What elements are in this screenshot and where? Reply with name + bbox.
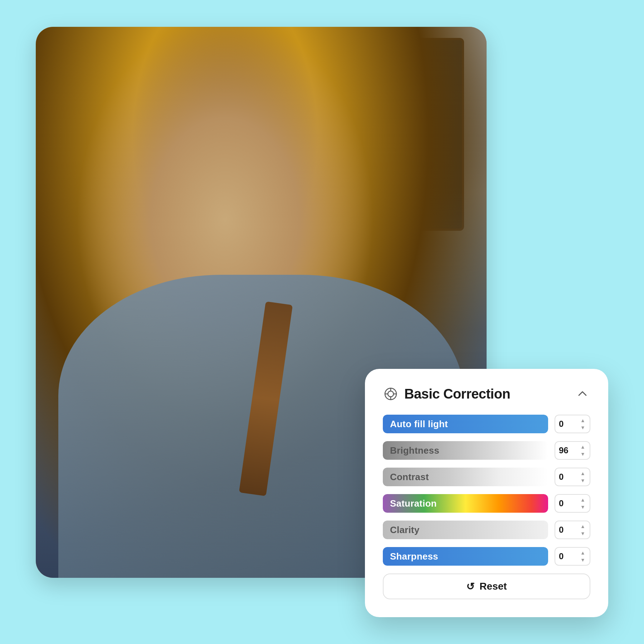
reset-label: Reset [479, 581, 507, 592]
saturation-slider[interactable]: Saturation [383, 494, 548, 513]
sharpness-value: 0 [559, 551, 564, 561]
brightness-slider[interactable]: Brightness [383, 441, 548, 460]
contrast-spinner[interactable]: 0 ▲ ▼ [555, 468, 590, 486]
clarity-arrows[interactable]: ▲ ▼ [580, 523, 586, 537]
sharpness-label: Sharpness [390, 551, 438, 562]
saturation-value: 0 [559, 498, 564, 508]
reset-icon: ↺ [466, 581, 474, 592]
saturation-up[interactable]: ▲ [580, 497, 586, 503]
brightness-arrows[interactable]: ▲ ▼ [580, 444, 586, 457]
contrast-arrows[interactable]: ▲ ▼ [580, 470, 586, 484]
contrast-value: 0 [559, 472, 564, 482]
auto-fill-light-slider[interactable]: Auto fill light [383, 415, 548, 433]
slider-row-sharpness: Sharpness 0 ▲ ▼ [383, 547, 590, 566]
contrast-up[interactable]: ▲ [580, 470, 586, 477]
contrast-down[interactable]: ▼ [580, 477, 586, 484]
basic-correction-icon [383, 386, 399, 402]
panel-header-left: Basic Correction [383, 386, 510, 402]
sharpness-up[interactable]: ▲ [580, 550, 586, 556]
clarity-label: Clarity [390, 525, 419, 536]
clarity-slider[interactable]: Clarity [383, 521, 548, 539]
contrast-slider[interactable]: Contrast [383, 468, 548, 486]
auto-fill-light-value: 0 [559, 419, 564, 429]
sharpness-spinner[interactable]: 0 ▲ ▼ [555, 547, 590, 566]
auto-fill-light-up[interactable]: ▲ [580, 417, 586, 424]
saturation-spinner[interactable]: 0 ▲ ▼ [555, 494, 590, 513]
clarity-spinner[interactable]: 0 ▲ ▼ [555, 521, 590, 539]
auto-fill-light-arrows[interactable]: ▲ ▼ [580, 417, 586, 431]
panel-title: Basic Correction [404, 386, 510, 402]
clarity-up[interactable]: ▲ [580, 523, 586, 530]
contrast-label: Contrast [390, 472, 429, 483]
brightness-down[interactable]: ▼ [580, 451, 586, 457]
slider-row-contrast: Contrast 0 ▲ ▼ [383, 468, 590, 486]
reset-button[interactable]: ↺ Reset [383, 574, 590, 599]
brightness-spinner[interactable]: 96 ▲ ▼ [555, 441, 590, 460]
slider-row-clarity: Clarity 0 ▲ ▼ [383, 521, 590, 539]
correction-panel: Basic Correction Auto fill light 0 ▲ ▼ [365, 369, 608, 617]
slider-row-saturation: Saturation 0 ▲ ▼ [383, 494, 590, 513]
saturation-label: Saturation [390, 498, 437, 509]
brightness-up[interactable]: ▲ [580, 444, 586, 450]
brightness-label: Brightness [390, 445, 439, 456]
panel-header: Basic Correction [383, 386, 590, 402]
slider-row-auto-fill-light: Auto fill light 0 ▲ ▼ [383, 415, 590, 433]
sharpness-slider[interactable]: Sharpness [383, 547, 548, 566]
clarity-value: 0 [559, 525, 564, 535]
saturation-down[interactable]: ▼ [580, 504, 586, 510]
sharpness-down[interactable]: ▼ [580, 557, 586, 563]
svg-point-1 [388, 391, 394, 397]
brightness-value: 96 [559, 445, 569, 455]
sharpness-arrows[interactable]: ▲ ▼ [580, 550, 586, 563]
main-scene: Basic Correction Auto fill light 0 ▲ ▼ [36, 27, 608, 617]
clarity-down[interactable]: ▼ [580, 530, 586, 537]
collapse-button[interactable] [575, 386, 590, 402]
auto-fill-light-down[interactable]: ▼ [580, 424, 586, 431]
auto-fill-light-spinner[interactable]: 0 ▲ ▼ [555, 415, 590, 433]
slider-row-brightness: Brightness 96 ▲ ▼ [383, 441, 590, 460]
auto-fill-light-label: Auto fill light [390, 419, 448, 430]
saturation-arrows[interactable]: ▲ ▼ [580, 497, 586, 510]
